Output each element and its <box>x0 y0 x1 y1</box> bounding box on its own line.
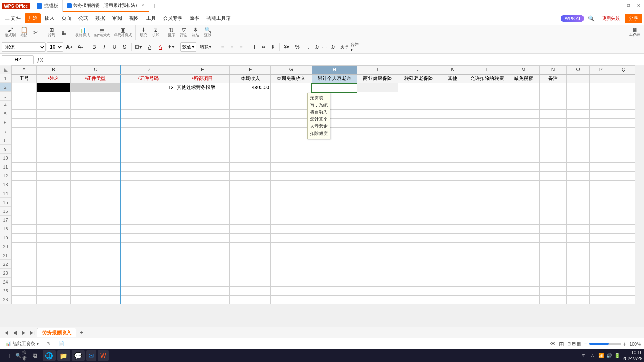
percent-button[interactable]: % <box>293 42 302 52</box>
header-col-q[interactable] <box>612 74 635 83</box>
row-21-num[interactable]: 21 <box>0 251 11 260</box>
header-col-j[interactable]: 税延养老保险 <box>398 74 439 83</box>
tray-input-icon[interactable]: 中 <box>580 352 587 359</box>
close-button[interactable]: ✕ <box>634 2 642 10</box>
cell-c2[interactable] <box>70 83 120 92</box>
taskbar-time-display[interactable]: 10:18 2024/7/29 <box>623 350 642 362</box>
tray-network-icon[interactable]: 📶 <box>598 352 604 359</box>
header-col-i[interactable]: 商业健康保险 <box>357 74 398 83</box>
menu-smart-tools[interactable]: 智能工具箱 <box>203 13 234 23</box>
update-failed-button[interactable]: 更新失败 <box>599 14 623 23</box>
menu-efficiency[interactable]: 效率 <box>186 13 202 23</box>
decrease-font-button[interactable]: A- <box>75 42 85 52</box>
col-header-K[interactable]: K <box>439 66 466 74</box>
currency-button[interactable]: ¥▾ <box>282 42 291 52</box>
increase-decimal-button[interactable]: .0→ <box>314 42 324 52</box>
align-right-button[interactable]: ≡ <box>237 43 246 51</box>
col-header-B[interactable]: B <box>37 66 71 74</box>
bold-button[interactable]: B <box>89 42 99 52</box>
view-normal-icon[interactable]: 👁 <box>550 341 556 347</box>
select-all-icon[interactable] <box>4 68 8 72</box>
thousands-button[interactable]: , <box>303 42 313 52</box>
header-col-c[interactable]: •证件类型 <box>70 74 120 83</box>
row-24-num[interactable]: 24 <box>0 278 11 286</box>
cell-d2[interactable]: 13 <box>121 83 175 92</box>
zoom-in-button[interactable]: + <box>623 341 626 347</box>
row-6-num[interactable]: 6 <box>0 118 11 127</box>
insert-table-button[interactable]: ▦ <box>58 26 69 39</box>
menu-start[interactable]: 开始 <box>25 13 41 23</box>
freeze-button[interactable]: ❄ 冻结 <box>190 26 201 39</box>
menu-view[interactable]: 视图 <box>126 13 142 23</box>
row-12-num[interactable]: 12 <box>0 171 11 180</box>
col-header-Q[interactable]: Q <box>612 66 635 74</box>
row-10-num[interactable]: 10 <box>0 154 11 162</box>
smart-tool3-item[interactable]: 📄 <box>56 340 67 347</box>
row-4-num[interactable]: 4 <box>0 101 11 109</box>
row-2-num[interactable]: 2 <box>0 83 11 92</box>
menu-tools[interactable]: 工具 <box>143 13 159 23</box>
row-22-num[interactable]: 22 <box>0 260 11 269</box>
menu-review[interactable]: 审阅 <box>109 13 125 23</box>
minimize-button[interactable]: ─ <box>615 2 623 10</box>
number-format-group[interactable]: 数值 ▾ <box>180 42 196 52</box>
normal-view-icon[interactable]: ⊡ <box>567 341 571 346</box>
cell-m2[interactable] <box>508 83 539 92</box>
italic-button[interactable]: I <box>99 42 109 52</box>
taskbar-app-wps[interactable]: W <box>98 350 109 361</box>
col-header-A[interactable]: A <box>12 66 37 74</box>
page-view-icon[interactable]: ⊞ <box>572 341 576 346</box>
new-tab-button[interactable]: + <box>149 2 159 10</box>
restore-button[interactable]: ⧉ <box>625 2 633 10</box>
convert-button[interactable]: 转换▾ <box>198 42 214 52</box>
tray-volume-icon[interactable]: 🔊 <box>606 352 612 359</box>
corner-cell[interactable] <box>0 65 11 74</box>
header-col-b[interactable]: •姓名 <box>37 74 71 83</box>
row-25-num[interactable]: 25 <box>0 286 11 295</box>
header-col-f[interactable]: 本期收入 <box>230 74 271 83</box>
menu-insert[interactable]: 插入 <box>41 13 58 23</box>
col-header-I[interactable]: I <box>357 66 398 74</box>
row-8-num[interactable]: 8 <box>0 136 11 145</box>
smart-tool2-item[interactable]: ✎ <box>45 340 53 347</box>
row-3-num[interactable]: 3 <box>0 92 11 101</box>
sum-button[interactable]: Σ 求和 <box>150 26 161 39</box>
cell-j2[interactable] <box>398 83 439 92</box>
row-19-num[interactable]: 19 <box>0 233 11 242</box>
zoom-level-label[interactable]: 100% <box>630 341 641 346</box>
workbook-button[interactable]: 📓 工作表 <box>627 26 642 39</box>
filter-button[interactable]: ▽ 筛选 <box>178 26 189 39</box>
header-col-l[interactable]: 允许扣除的税费 <box>466 74 508 83</box>
header-col-m[interactable]: 减免税额 <box>508 74 539 83</box>
taskbar-app-browser[interactable]: 🌐 <box>43 350 56 361</box>
tray-keyboard-icon[interactable]: A <box>589 352 596 359</box>
menu-file[interactable]: 三 文件 <box>2 13 24 23</box>
format-painter-button[interactable]: 🖌 格式刷 <box>3 26 17 39</box>
valign-top-button[interactable]: ⬆ <box>250 43 259 51</box>
col-header-M[interactable]: M <box>508 66 539 74</box>
tab2-close-icon[interactable]: ✕ <box>141 3 144 8</box>
col-header-O[interactable]: O <box>567 66 589 74</box>
formula-fx-icon[interactable]: ƒx <box>35 56 45 63</box>
menu-data[interactable]: 数据 <box>92 13 108 23</box>
cell-g2[interactable] <box>270 83 312 92</box>
cell-h2[interactable] <box>312 83 357 92</box>
row-15-num[interactable]: 15 <box>0 198 11 207</box>
search-button[interactable]: 🔍 搜索 <box>15 350 27 361</box>
rows-cols-button[interactable]: ⊞ 行列 <box>46 26 57 39</box>
cell-q2[interactable] <box>612 83 635 92</box>
cell-b2[interactable] <box>37 83 71 92</box>
sheet-nav-last[interactable]: ▶| <box>28 329 36 337</box>
wrap-text-button[interactable]: 换行 <box>339 42 349 52</box>
col-header-N[interactable]: N <box>539 66 567 74</box>
cut-button[interactable]: ✂ <box>30 26 41 39</box>
col-header-C[interactable]: C <box>70 66 120 74</box>
cond-format-button[interactable]: ▤ 条件格式式 <box>92 26 111 39</box>
paste-button[interactable]: 📋 粘贴 <box>18 26 29 39</box>
zoom-slider[interactable] <box>589 343 621 345</box>
fill-button[interactable]: ⬇ 填充 <box>138 26 149 39</box>
row-17-num[interactable]: 17 <box>0 216 11 224</box>
decrease-decimal-button[interactable]: ←.0 <box>325 42 335 52</box>
cell-reference-box[interactable]: H2 <box>2 55 34 64</box>
cell-e2[interactable]: 其他连续劳务报酬 <box>175 83 230 92</box>
